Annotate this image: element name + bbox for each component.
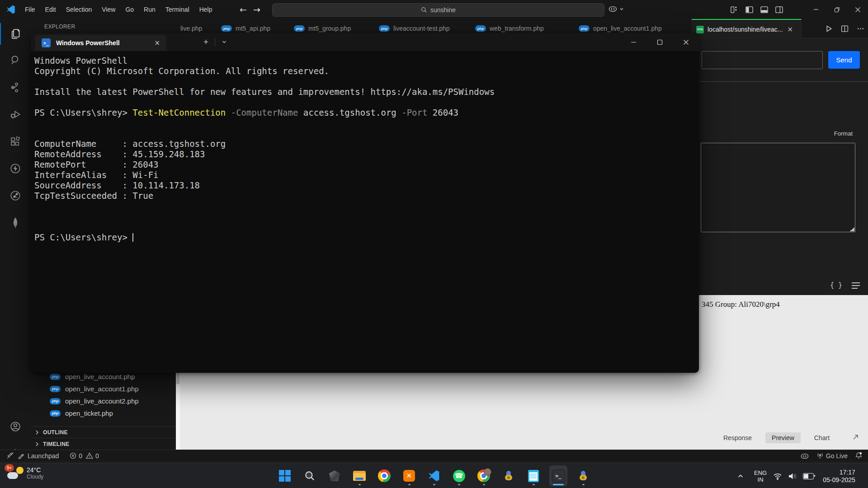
taskbar-search-button[interactable]: [301, 465, 319, 486]
weather-widget[interactable]: 9+ 24°C Cloudy: [7, 466, 43, 480]
file-item[interactable]: phpopen_ticket.php: [30, 407, 176, 419]
notepad-button[interactable]: [524, 465, 542, 486]
terminal-tab-title: Windows PowerShell: [56, 39, 120, 47]
format-json-icon[interactable]: { }: [830, 281, 842, 289]
menu-item[interactable]: Selection: [61, 0, 97, 19]
file-item[interactable]: phpopen_live_account2.php: [30, 395, 176, 407]
menu-item[interactable]: Help: [194, 0, 217, 19]
search-icon: [304, 470, 316, 482]
expand-arrow-icon[interactable]: [852, 433, 860, 441]
new-tab-icon[interactable]: +: [203, 37, 208, 47]
wifi-icon[interactable]: [773, 472, 782, 480]
outline-section[interactable]: OUTLINE: [30, 426, 176, 438]
close-button[interactable]: [847, 0, 868, 19]
whatsapp-button[interactable]: ☎: [450, 465, 468, 486]
chrome-icon: [378, 469, 391, 482]
extensions-icon[interactable]: [0, 131, 30, 152]
search-input[interactable]: sunshine: [272, 3, 604, 17]
share-graph-icon[interactable]: [0, 185, 30, 206]
source-control-icon[interactable]: [0, 76, 30, 98]
copilot-button[interactable]: [608, 4, 624, 14]
rocket-gear-icon: [577, 470, 589, 482]
request-input[interactable]: [702, 51, 823, 69]
close-tab-icon[interactable]: ×: [788, 25, 793, 33]
go-live-item[interactable]: Go Live: [816, 452, 848, 460]
terminal-tab[interactable]: >_ Windows PowerShell ×: [35, 35, 166, 51]
menu-item[interactable]: View: [97, 0, 120, 19]
terminal-minimize-button[interactable]: [620, 33, 646, 51]
launchpad-item[interactable]: Launchpad: [28, 452, 59, 460]
run-play-icon[interactable]: [825, 25, 833, 33]
taskbar-app-rocket[interactable]: [500, 465, 518, 486]
toggle-sidebar-icon[interactable]: [745, 5, 754, 14]
language-indicator[interactable]: ENG IN: [754, 469, 767, 483]
search-sidebar-icon[interactable]: [0, 49, 30, 71]
tab-preview[interactable]: Preview: [765, 432, 801, 443]
taskbar-app-gem[interactable]: [326, 465, 344, 486]
account-icon[interactable]: [0, 416, 30, 437]
site-favicon: POS: [696, 26, 704, 33]
tray-chevron-up-icon[interactable]: [737, 473, 744, 480]
xampp-button[interactable]: ✕: [400, 465, 418, 486]
chrome-profile-button[interactable]: [475, 465, 493, 486]
file-item[interactable]: phpopen_live_account1.php: [30, 383, 176, 395]
tab-chart[interactable]: Chart: [814, 434, 830, 441]
vscode-button[interactable]: [425, 465, 443, 486]
menu-item[interactable]: Go: [120, 0, 139, 19]
start-button[interactable]: [276, 465, 294, 486]
weather-temp: 24°C: [27, 466, 43, 474]
split-editor-icon[interactable]: [841, 25, 849, 33]
search-text: sunshine: [430, 6, 456, 14]
more-actions-icon[interactable]: [857, 25, 864, 33]
menu-item[interactable]: Terminal: [160, 0, 194, 19]
launch-pen-icon: [18, 453, 24, 459]
thunder-client-icon[interactable]: [0, 158, 30, 179]
copilot-status-icon[interactable]: [800, 451, 809, 460]
battery-icon[interactable]: [803, 473, 814, 479]
run-debug-icon[interactable]: [0, 103, 30, 125]
tab-dropdown-icon[interactable]: [222, 39, 227, 45]
bell-icon[interactable]: [855, 452, 863, 460]
timeline-section[interactable]: TIMELINE: [30, 438, 176, 450]
clock[interactable]: 17:17 05-09-2025: [823, 469, 855, 484]
errors-item[interactable]: 0: [70, 452, 82, 460]
back-arrow[interactable]: ←: [240, 5, 247, 14]
menu-item[interactable]: File: [20, 0, 40, 19]
sun-icon: [16, 467, 24, 474]
mongodb-icon[interactable]: [0, 212, 30, 234]
file-name: open_live_account.php: [65, 373, 135, 380]
terminal-maximize-button[interactable]: [646, 33, 673, 51]
warnings-item[interactable]: 0: [86, 452, 99, 460]
taskbar-app-rocket-2[interactable]: [574, 465, 592, 486]
send-button[interactable]: Send: [828, 51, 860, 69]
weather-condition: Cloudy: [27, 474, 43, 480]
toggle-panel-icon[interactable]: [760, 5, 769, 14]
tab-localhost-browser[interactable]: POS localhost/sunshine/liveac... ×: [692, 19, 802, 39]
close-tab-icon[interactable]: ×: [154, 39, 160, 47]
terminal-button[interactable]: >_: [549, 465, 567, 486]
copilot-icon: [608, 4, 618, 14]
terminal-output[interactable]: Windows PowerShellCopyright (C) Microsof…: [34, 56, 495, 243]
menu-lines-icon[interactable]: [852, 282, 860, 291]
request-textarea[interactable]: [701, 143, 855, 232]
explorer-header: EXPLORER: [44, 23, 75, 30]
volume-icon[interactable]: [788, 472, 797, 480]
explorer-icon[interactable]: [0, 23, 31, 45]
terminal-titlebar[interactable]: >_ Windows PowerShell × +: [31, 33, 699, 51]
tab-response[interactable]: Response: [723, 434, 752, 441]
minimize-button[interactable]: [806, 0, 826, 19]
resize-grip[interactable]: [850, 227, 854, 231]
restore-button[interactable]: [826, 0, 847, 19]
terminal-icon: >_: [552, 469, 565, 483]
toggle-secondary-sidebar-icon[interactable]: [775, 5, 783, 14]
whatsapp-icon: ☎: [453, 470, 465, 482]
folder-icon: [353, 471, 366, 481]
file-explorer-button[interactable]: [350, 465, 368, 486]
chrome-button[interactable]: [375, 465, 393, 486]
menu-item[interactable]: Run: [139, 0, 160, 19]
customize-layout-icon[interactable]: [730, 5, 739, 14]
menu-item[interactable]: Edit: [40, 0, 61, 19]
php-icon: php: [50, 410, 61, 417]
terminal-close-button[interactable]: [673, 33, 699, 51]
forward-arrow[interactable]: →: [253, 5, 260, 14]
